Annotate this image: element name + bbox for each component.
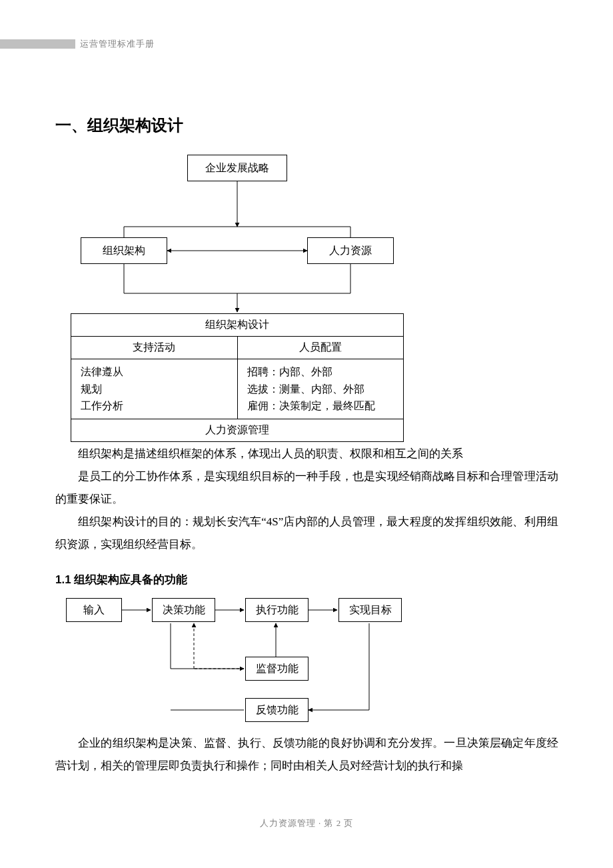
section-heading-1: 一、组织架构设计 xyxy=(55,115,558,136)
section-heading-1-1: 1.1 组织架构应具备的功能 xyxy=(55,572,558,587)
col2-body: 招聘：内部、外部 选拔：测量、内部、外部 雇佣：决策制定，最终匹配 xyxy=(237,359,404,419)
running-header: 运营管理标准手册 xyxy=(80,38,155,50)
box-monitor: 监督功能 xyxy=(245,657,308,681)
org-design-diagram: 企业发展战略 组织架构 人力资源 组织架构设计 支持活动 人员配置 法律遵从 规… xyxy=(61,155,414,429)
header-decor-bar xyxy=(0,39,75,49)
col1-body: 法律遵从 规划 工作分析 xyxy=(71,359,238,419)
col2-header: 人员配置 xyxy=(237,337,404,359)
paragraph-4: 企业的组织架构是决策、监督、执行、反馈功能的良好协调和充分发挥。一旦决策层确定年… xyxy=(55,732,558,777)
page-footer: 人力资源管理 · 第 2 页 xyxy=(0,817,613,829)
box-goal: 实现目标 xyxy=(338,598,402,622)
paragraph-1: 组织架构是描述组织框架的体系，体现出人员的职责、权限和相互之间的关系 xyxy=(55,443,558,465)
box-input: 输入 xyxy=(66,598,122,622)
box-execute: 执行功能 xyxy=(245,598,308,622)
col1-header: 支持活动 xyxy=(71,337,238,359)
paragraph-3: 组织架构设计的目的：规划长安汽车“4S”店内部的人员管理，最大程度的发挥组织效能… xyxy=(55,511,558,556)
page-content: 一、组织架构设计 企 xyxy=(55,115,558,777)
paragraph-2: 是员工的分工协作体系，是实现组织目标的一种手段，也是实现经销商战略目标和合理管理… xyxy=(55,465,558,511)
box-human-resource: 人力资源 xyxy=(307,237,394,264)
org-design-table: 组织架构设计 支持活动 人员配置 法律遵从 规划 工作分析 招聘：内部、外部 选… xyxy=(71,313,404,442)
table-footer-cell: 人力资源管理 xyxy=(71,419,404,441)
box-enterprise-strategy: 企业发展战略 xyxy=(187,155,287,181)
box-feedback: 反馈功能 xyxy=(245,698,308,722)
box-org-structure: 组织架构 xyxy=(81,237,167,264)
table-title-cell: 组织架构设计 xyxy=(71,314,404,337)
function-flow-diagram: 输入 决策功能 执行功能 实现目标 监督功能 反馈功能 xyxy=(61,595,420,725)
box-decision: 决策功能 xyxy=(152,598,215,622)
